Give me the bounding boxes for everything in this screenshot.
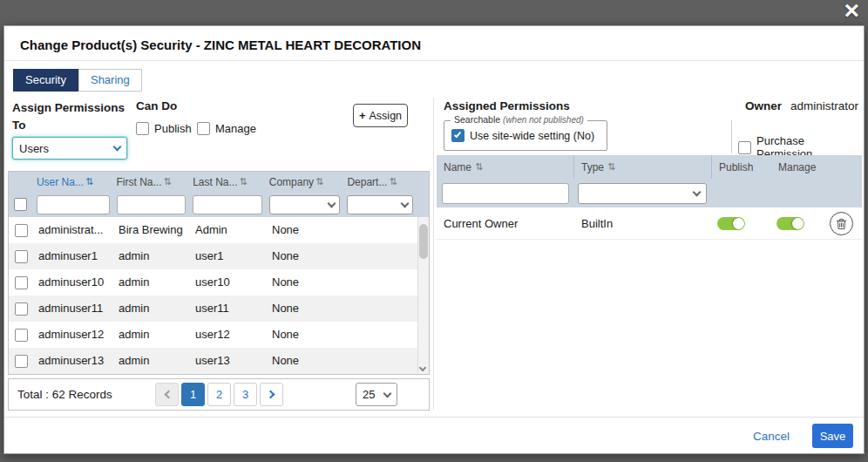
cell-company: None [267, 348, 345, 374]
chevron-right-icon [266, 391, 275, 399]
sort-icon[interactable]: ⇅ [607, 161, 615, 173]
assign-button[interactable]: + Assign [353, 104, 408, 127]
dialog-title: Change Product(s) Security - ZINC METAL … [20, 37, 421, 52]
row-checkbox[interactable] [15, 302, 28, 316]
cell-last-name: user11 [190, 296, 267, 322]
cancel-button[interactable]: Cancel [753, 430, 790, 443]
cell-company: None [267, 296, 345, 322]
assigned-permissions-table: Name ⇅ Type ⇅ Publish Manage [437, 155, 862, 240]
sort-icon[interactable]: ⇅ [315, 176, 323, 187]
tab-bar: Security Sharing [13, 69, 142, 92]
users-table-header: User Na... ⇅ First Na... ⇅ Last Na... ⇅ … [9, 172, 429, 192]
row-checkbox[interactable] [15, 355, 28, 368]
next-page-button[interactable] [260, 383, 283, 406]
filter-type-select[interactable] [578, 183, 707, 204]
table-row: administrat... Bira Brewing Admin None [9, 217, 429, 243]
cell-first-name: Bira Brewing [113, 217, 190, 243]
column-publish: Publish [712, 155, 771, 179]
cell-company: None [267, 217, 345, 243]
filter-department-select[interactable] [347, 195, 413, 214]
page-1-button[interactable]: 1 [181, 383, 205, 406]
column-last-name: Last Na... ⇅ [189, 176, 266, 188]
publish-checkbox-group: Publish [136, 122, 192, 135]
filter-first-name-input[interactable] [117, 195, 186, 214]
publish-checkbox[interactable] [136, 122, 149, 135]
column-user-name-label[interactable]: User Na... [37, 176, 84, 188]
column-name: Name ⇅ [437, 155, 574, 179]
column-manage: Manage [771, 155, 846, 179]
section-divider [731, 120, 732, 153]
purchase-permission-checkbox[interactable] [738, 141, 751, 154]
users-table: User Na... ⇅ First Na... ⇅ Last Na... ⇅ … [8, 171, 430, 375]
page-size-select[interactable]: 25 [356, 383, 397, 406]
row-checkbox[interactable] [15, 250, 28, 263]
column-last-name-label[interactable]: Last Na... [193, 176, 237, 188]
filter-name-input[interactable] [442, 183, 569, 204]
cell-company: None [267, 269, 345, 296]
sitewide-setting-label: Use site-wide setting (No) [470, 130, 594, 142]
chevron-down-icon [113, 143, 122, 152]
row-checkbox[interactable] [15, 276, 28, 289]
sort-icon[interactable]: ⇅ [239, 176, 247, 187]
prev-page-button[interactable] [155, 383, 179, 406]
toggle-knob [792, 218, 804, 229]
column-type-label[interactable]: Type [581, 161, 604, 173]
save-button[interactable]: Save [812, 424, 853, 448]
page-2-button[interactable]: 2 [207, 383, 231, 406]
publish-toggle[interactable] [717, 217, 745, 230]
column-company: Company ⇅ [266, 176, 344, 188]
assign-target-select[interactable]: Users [12, 137, 127, 160]
delete-permission-button[interactable] [830, 212, 853, 235]
publish-label: Publish [154, 122, 192, 135]
sort-asc-icon[interactable]: ⇅ [85, 176, 93, 187]
dialog-footer: Cancel Save [4, 417, 864, 454]
column-manage-label: Manage [778, 161, 816, 173]
row-checkbox[interactable] [15, 224, 28, 237]
column-company-label[interactable]: Company [269, 176, 314, 188]
sort-icon[interactable]: ⇅ [475, 161, 483, 173]
assign-permissions-to-label: Assign Permissions To [12, 99, 127, 133]
sitewide-setting-checkbox[interactable] [451, 129, 465, 142]
plus-icon: + [359, 109, 366, 122]
searchable-group: Searchable (when not published) Use site… [444, 120, 607, 151]
manage-checkbox[interactable] [197, 122, 210, 135]
check-icon [454, 131, 461, 139]
permissions-table-header: Name ⇅ Type ⇅ Publish Manage [437, 155, 862, 179]
filter-company-select[interactable] [269, 195, 341, 214]
tab-security[interactable]: Security [13, 69, 78, 92]
filter-user-name-input[interactable] [37, 195, 110, 214]
cell-last-name: user1 [190, 243, 267, 269]
row-checkbox[interactable] [15, 329, 28, 342]
sort-icon[interactable]: ⇅ [164, 176, 172, 187]
cell-company: None [267, 322, 345, 348]
vertical-scrollbar[interactable] [417, 217, 429, 374]
close-icon[interactable]: × [844, 0, 859, 24]
table-row: adminuser10 admin user10 None [9, 269, 429, 296]
cell-first-name: admin [113, 269, 190, 296]
column-name-label[interactable]: Name [444, 161, 471, 173]
owner-value: administrator [790, 99, 858, 112]
sort-icon[interactable]: ⇅ [389, 176, 397, 187]
searchable-note: (when not published) [503, 115, 584, 125]
permissions-filter-row [437, 179, 862, 207]
page-3-button[interactable]: 3 [234, 383, 257, 406]
filter-last-name-input[interactable] [193, 195, 262, 214]
chevron-down-icon [693, 187, 702, 196]
table-row: adminuser12 admin user12 None [9, 322, 429, 348]
table-row: adminuser11 admin user11 None [9, 296, 429, 322]
chevron-left-icon [164, 391, 173, 399]
cell-user-name: administrat... [33, 217, 113, 243]
scrollbar-thumb[interactable] [419, 224, 428, 259]
cell-last-name: user12 [190, 322, 267, 348]
column-first-name-label[interactable]: First Na... [117, 176, 162, 188]
column-department-label[interactable]: Depart... [347, 176, 387, 188]
select-all-checkbox[interactable] [14, 198, 27, 211]
scroll-down-icon[interactable] [419, 364, 426, 371]
toggle-knob [733, 218, 744, 229]
tab-sharing[interactable]: Sharing [78, 69, 142, 92]
panel-divider [433, 98, 434, 410]
cell-first-name: admin [113, 348, 190, 374]
permission-type: BuiltIn [574, 217, 712, 230]
manage-toggle[interactable] [776, 217, 804, 230]
assign-permissions-panel: Assign Permissions To Can Do Publish Man… [8, 96, 431, 411]
